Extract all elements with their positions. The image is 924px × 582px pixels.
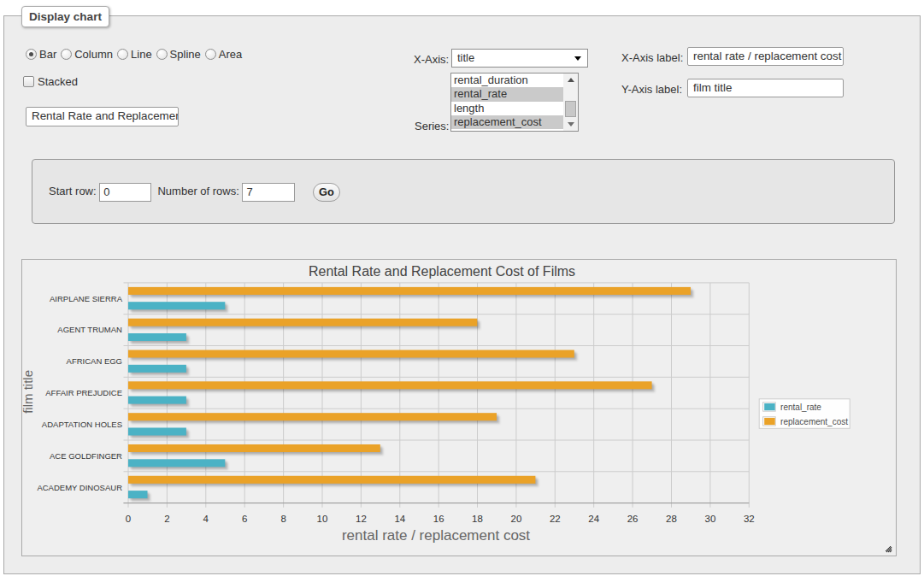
svg-text:16: 16 <box>433 514 444 524</box>
svg-text:0: 0 <box>126 514 131 524</box>
svg-text:AFRICAN EGG: AFRICAN EGG <box>67 356 122 366</box>
svg-text:32: 32 <box>744 514 755 524</box>
svg-text:22: 22 <box>550 514 561 524</box>
svg-text:AGENT TRUMAN: AGENT TRUMAN <box>57 325 122 334</box>
svg-text:ACADEMY DINOSAUR: ACADEMY DINOSAUR <box>37 483 122 492</box>
svg-text:film title: film title <box>22 370 36 414</box>
svg-text:24: 24 <box>588 514 599 524</box>
svg-text:12: 12 <box>356 514 367 524</box>
svg-text:30: 30 <box>705 514 716 524</box>
svg-text:AFFAIR PREJUDICE: AFFAIR PREJUDICE <box>45 388 122 397</box>
svg-text:14: 14 <box>394 514 405 524</box>
svg-text:rental rate / replacement cost: rental rate / replacement cost <box>342 527 530 544</box>
svg-text:26: 26 <box>627 514 639 524</box>
svg-text:2: 2 <box>164 514 169 524</box>
svg-text:20: 20 <box>511 514 522 524</box>
svg-text:AIRPLANE SIERRA: AIRPLANE SIERRA <box>50 294 123 303</box>
svg-text:8: 8 <box>280 514 285 524</box>
svg-text:rental_rate: rental_rate <box>780 403 821 412</box>
svg-text:replacement_cost: replacement_cost <box>780 417 848 426</box>
svg-text:ACE GOLDFINGER: ACE GOLDFINGER <box>50 451 122 461</box>
svg-text:28: 28 <box>666 514 677 524</box>
svg-text:ADAPTATION HOLES: ADAPTATION HOLES <box>42 420 122 429</box>
svg-text:4: 4 <box>203 514 209 524</box>
svg-text:18: 18 <box>472 514 483 524</box>
svg-text:6: 6 <box>242 514 247 524</box>
svg-text:Rental Rate and Replacement Co: Rental Rate and Replacement Cost of Film… <box>309 264 575 279</box>
svg-text:10: 10 <box>317 514 328 524</box>
